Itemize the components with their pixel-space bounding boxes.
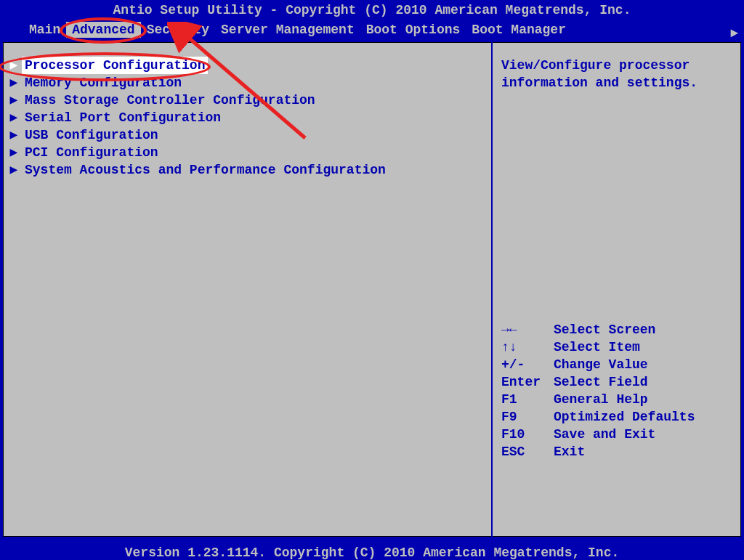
submenu-arrow-icon: ▶	[6, 57, 22, 74]
footer-bar: Version 1.23.1114. Copyright (C) 2010 Am…	[0, 540, 744, 560]
menu-item-server-management[interactable]: Server Management	[215, 22, 360, 38]
key-action: Select Screen	[554, 321, 655, 338]
config-item-mass-storage[interactable]: ▶ Mass Storage Controller Configuration	[6, 92, 485, 109]
key-hint-row: Enter Select Field	[501, 373, 732, 391]
header-title: Antio Setup Utility - Copyright (C) 2010…	[113, 3, 631, 17]
submenu-arrow-icon: ▶	[6, 161, 22, 179]
menu-item-security[interactable]: Security	[141, 22, 215, 38]
submenu-arrow-icon: ▶	[6, 144, 22, 161]
content-area: ▶ Processor Configuration ▶ Memory Confi…	[0, 39, 744, 537]
config-item-pci[interactable]: ▶ PCI Configuration	[6, 144, 485, 161]
key-action: Select Field	[554, 373, 648, 391]
key-hint-row: ↑↓ Select Item	[501, 338, 732, 356]
bios-setup-screen: Antio Setup Utility - Copyright (C) 2010…	[0, 0, 744, 560]
config-label: System Acoustics and Performance Configu…	[22, 161, 389, 179]
key-label: F1	[501, 391, 554, 408]
config-item-acoustics[interactable]: ▶ System Acoustics and Performance Confi…	[6, 161, 485, 179]
key-label: ↑↓	[501, 338, 554, 356]
key-label: F9	[501, 408, 554, 426]
key-hints: →← Select Screen ↑↓ Select Item +/- Chan…	[501, 321, 732, 460]
config-label: Mass Storage Controller Configuration	[22, 92, 318, 109]
menu-bar: Main Advanced Security Server Management…	[0, 20, 744, 39]
help-panel: View/Configure processor information and…	[493, 42, 741, 537]
key-hint-row: F1 General Help	[501, 391, 732, 408]
submenu-arrow-icon: ▶	[6, 74, 22, 92]
key-label: +/-	[501, 356, 554, 373]
key-hint-row: →← Select Screen	[501, 321, 732, 338]
key-hint-row: F10 Save and Exit	[501, 426, 732, 443]
config-item-memory[interactable]: ▶ Memory Configuration	[6, 74, 485, 92]
help-text: View/Configure processor information and…	[501, 57, 732, 92]
config-label: USB Configuration	[22, 126, 161, 144]
key-hint-row: F9 Optimized Defaults	[501, 408, 732, 426]
submenu-arrow-icon: ▶	[6, 92, 22, 109]
menu-item-main[interactable]: Main	[23, 22, 66, 38]
help-line: View/Configure processor	[501, 57, 732, 74]
menu-scroll-right-icon[interactable]: ►	[730, 26, 738, 41]
footer-text: Version 1.23.1114. Copyright (C) 2010 Am…	[125, 545, 620, 560]
key-action: Save and Exit	[554, 426, 655, 443]
key-hint-row: +/- Change Value	[501, 356, 732, 373]
key-label: →←	[501, 321, 554, 338]
config-item-serial-port[interactable]: ▶ Serial Port Configuration	[6, 109, 485, 126]
submenu-arrow-icon: ▶	[6, 126, 22, 144]
config-label: Serial Port Configuration	[22, 109, 224, 126]
key-label: Enter	[501, 373, 554, 391]
menu-item-boot-options[interactable]: Boot Options	[360, 22, 466, 38]
main-panel: ▶ Processor Configuration ▶ Memory Confi…	[3, 42, 493, 537]
menu-item-advanced[interactable]: Advanced	[66, 22, 140, 38]
key-hint-row: ESC Exit	[501, 443, 732, 460]
config-item-usb[interactable]: ▶ USB Configuration	[6, 126, 485, 144]
menu-item-boot-manager[interactable]: Boot Manager	[466, 22, 572, 38]
config-label: Memory Configuration	[22, 74, 185, 92]
config-label: Processor Configuration	[22, 57, 208, 74]
key-label: ESC	[501, 443, 554, 460]
key-action: Change Value	[554, 356, 648, 373]
header-bar: Antio Setup Utility - Copyright (C) 2010…	[0, 0, 744, 20]
config-item-processor[interactable]: ▶ Processor Configuration	[6, 57, 485, 74]
key-action: Optimized Defaults	[554, 408, 695, 426]
key-action: Exit	[554, 443, 585, 460]
help-line: information and settings.	[501, 74, 732, 92]
key-action: Select Item	[554, 338, 640, 356]
key-action: General Help	[554, 391, 648, 408]
config-label: PCI Configuration	[22, 144, 161, 161]
key-label: F10	[501, 426, 554, 443]
submenu-arrow-icon: ▶	[6, 109, 22, 126]
